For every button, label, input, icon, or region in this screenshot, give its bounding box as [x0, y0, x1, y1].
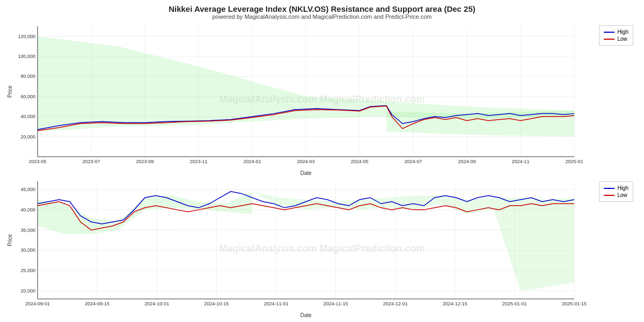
- charts-container: High Low MagicalAnalysis.com MagicalPred…: [0, 21, 644, 322]
- chart1-canvas: [5, 21, 639, 177]
- chart-header: Nikkei Average Leverage Index (NKLV.OS) …: [0, 0, 644, 21]
- chart2-canvas: [5, 177, 639, 319]
- chart2-legend-high: High: [604, 185, 628, 191]
- chart1-high-label: High: [617, 29, 628, 35]
- low-line-sample2: [604, 195, 614, 196]
- chart2-high-label: High: [617, 185, 628, 191]
- chart1-legend-low: Low: [604, 36, 628, 42]
- chart2-wrapper: High Low MagicalAnalysis.com MagicalPred…: [5, 177, 639, 319]
- chart1-wrapper: High Low MagicalAnalysis.com MagicalPred…: [5, 21, 639, 177]
- chart-title: Nikkei Average Leverage Index (NKLV.OS) …: [0, 4, 644, 13]
- page-container: Nikkei Average Leverage Index (NKLV.OS) …: [0, 0, 644, 322]
- chart2-low-label: Low: [617, 192, 627, 198]
- high-line-sample2: [604, 188, 614, 189]
- chart1-legend: High Low: [599, 25, 633, 46]
- high-line-sample: [604, 32, 614, 33]
- chart2-legend: High Low: [599, 181, 633, 202]
- low-line-sample: [604, 39, 614, 40]
- chart2-legend-low: Low: [604, 192, 628, 198]
- chart1-low-label: Low: [617, 36, 627, 42]
- chart1-legend-high: High: [604, 29, 628, 35]
- chart-subtitle: powered by MagicalAnalysis.com and Magic…: [0, 13, 644, 20]
